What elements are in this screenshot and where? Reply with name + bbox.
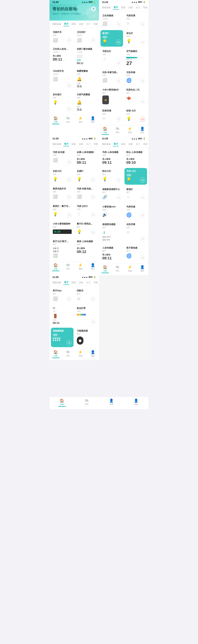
device-card-kitchen-light[interactable]: 厨房灯，餐厅无... 厨房 💡 ⏻ xyxy=(51,203,73,219)
device-card-study-lamp[interactable]: 书房台灯 书房 🕯 ⏻ xyxy=(100,48,123,68)
tab-door-1[interactable]: 大门 xyxy=(85,22,91,26)
tab-my-devices[interactable]: 我的设备 xyxy=(101,142,111,146)
power-button[interactable]: ⏻ xyxy=(91,177,96,182)
device-card-secondary-light[interactable]: 次卧大灯 次卧 💡 ⏻ xyxy=(51,168,73,184)
tab-my-devices-1[interactable]: 我的设备 xyxy=(52,22,62,26)
device-card-dining-light[interactable]: 餐厅灯-照明总... 餐厅 💡 ⏻ xyxy=(75,221,98,237)
nav-store[interactable]: 🛍 有品 xyxy=(111,265,124,273)
nav-profile[interactable]: 👤 我的 xyxy=(87,263,99,271)
tab-study-2[interactable]: 书房 xyxy=(142,6,148,10)
tab-my-devices[interactable]: 我的设备 xyxy=(52,281,62,284)
device-card-living-floor-fan[interactable]: 客厅落地扇 客厅 🌀 ⏻ xyxy=(125,245,147,262)
power-button[interactable]: ⏻ xyxy=(116,22,121,27)
device-card-mini-speaker[interactable]: 小爱音箱mini 书房 🔊 xyxy=(100,204,123,220)
device-card-bathroom-socket[interactable]: 卫生间插座 卫生间 ⬜ ⏻ xyxy=(100,12,123,29)
tab-secondary-2[interactable]: 次卧 xyxy=(128,6,134,10)
device-card-bathroom-switch[interactable]: 卫生间开关 卫生间 ⬜ ⏻ xyxy=(51,68,73,90)
device-card-main-door[interactable]: 门 大门 🚪 关闭 09:13 xyxy=(51,305,73,326)
nav-profile[interactable]: 👤 我的 xyxy=(136,265,149,273)
power-button[interactable]: ⏻ xyxy=(140,40,145,45)
tab-my-devices-2[interactable]: 我的设备 xyxy=(101,6,111,10)
power-button[interactable]: ⏻ xyxy=(116,117,121,122)
nav-smart-2[interactable]: ⚡ 智能 xyxy=(124,126,136,135)
device-card-hub[interactable]: 智能家居调度中心 客厅 🔗 ⏻ xyxy=(100,186,123,202)
tab-bedroom[interactable]: 卧室 xyxy=(71,142,77,146)
tab-study[interactable]: 书房 xyxy=(93,281,99,284)
tab-door[interactable]: 大门 xyxy=(135,142,141,146)
power-button[interactable]: ⏻ xyxy=(67,177,72,182)
device-card-kitchen-sensor[interactable]: 厨房-人体传感器 厨房 有人移动 09:12 xyxy=(75,238,98,260)
power-button[interactable]: ⏻ xyxy=(67,106,72,112)
power-button[interactable]: ⏻ xyxy=(116,61,121,66)
device-card-air-monitor[interactable]: 空气检测仪 书房 PM2.5 27 xyxy=(125,48,147,68)
final-nav-smart[interactable]: 👤 智能 xyxy=(99,398,124,407)
power-button[interactable]: ⏻ xyxy=(67,38,72,42)
power-button[interactable]: ⏻ xyxy=(91,38,96,42)
power-button[interactable]: ⏻ xyxy=(67,297,72,302)
device-card-living-switch[interactable]: 客厅大灯/客厅... 客厅 左键 关 右键 关 ⬜ xyxy=(51,238,73,260)
add-device-button[interactable]: + xyxy=(91,6,96,12)
device-card-study-multilight[interactable]: 书房-多光源 书房 ⬜ ⏻ xyxy=(51,149,73,167)
device-card-secondary-switch[interactable]: 次卧-米家无线... 次卧 ⬜ ⏻ xyxy=(100,69,123,85)
tab-study-1[interactable]: 书房 xyxy=(93,22,99,26)
tab-secondary[interactable]: 次卧 xyxy=(78,281,84,284)
nav-profile-1[interactable]: 👤 我的 xyxy=(87,116,99,124)
power-button[interactable]: ⏻ xyxy=(140,22,145,27)
tab-bedroom[interactable]: 卧室 xyxy=(71,281,77,284)
device-card-study-ac[interactable]: 书房空调 书房 ❄ ⏻ xyxy=(125,12,147,29)
device-card-study-fan[interactable]: 书房风扇 书房 🌀 ⏻ xyxy=(125,204,147,220)
nav-smart-1[interactable]: ⚡ 智能 xyxy=(74,116,87,124)
tab-secondary-1[interactable]: 次卧 xyxy=(78,22,84,26)
device-card-bedside-light[interactable]: 床头夜灯 卧室 💡 ⏻ xyxy=(51,92,73,114)
nav-smart[interactable]: ⚡ 智能 xyxy=(74,350,87,358)
device-card-corridor-light[interactable]: 走廊灯 走廊 💡 ⏻ xyxy=(75,168,98,184)
tab-door-2[interactable]: 大门 xyxy=(135,6,141,10)
device-card-ceiling-light[interactable]: 吸顶灯 客厅 💡 ⏻ xyxy=(100,30,123,47)
device-card-main-fan[interactable]: 主卧风扇 卧室 🌀 ⏻ xyxy=(125,69,147,85)
nav-mijia[interactable]: 🏠 米家 xyxy=(49,263,62,271)
device-card-bedhead-light[interactable]: 床头灯 卧室 💡 ⏻ xyxy=(125,30,147,47)
tab-secondary[interactable]: 次卧 xyxy=(78,142,84,146)
device-card-balcony-light[interactable]: 阳台大灯 阳台 💡 ⏻ xyxy=(100,168,123,185)
power-button[interactable]: ⏻ xyxy=(140,236,145,242)
power-button[interactable]: ⏻ xyxy=(91,230,96,235)
nav-store[interactable]: 🛍 有品 xyxy=(62,350,74,358)
final-nav-mijia[interactable]: 🏠 米家 xyxy=(49,398,74,407)
device-card-smoke-alarm[interactable]: 烟雾报警器 厨房 🔔 烟雾 安全 xyxy=(75,68,98,90)
device-card-study-sensor[interactable]: 书房-人体传感器 书房 有人移动 09:11 xyxy=(100,149,123,167)
device-card-living-sensor[interactable]: 人体传感器 客厅 有人移动 09:11 xyxy=(100,245,123,262)
nav-mijia-1[interactable]: 🏠 米家 xyxy=(49,116,62,124)
tab-living[interactable]: 客厅 xyxy=(113,142,119,146)
device-card-study-lamp2[interactable]: 书房-台灯2 书房 🕯 ⏻ xyxy=(75,203,98,219)
device-card-alarm-clock[interactable]: 小米小爱智能闹钟 卧室 8:25 xyxy=(51,221,73,237)
device-card-smart-strip[interactable]: 智能插线板 客厅 ⏻ xyxy=(51,328,73,347)
device-card-living-htpc[interactable]: 客厅htpc 客厅 ⬜ ⏻ xyxy=(51,288,73,304)
final-nav-profile[interactable]: 👤 我的 xyxy=(124,398,149,407)
device-card-corridor-sensor[interactable]: 走廊-人体传感器2 走廊 有人移动 09:11 xyxy=(75,149,98,167)
power-button[interactable]: ⏻ xyxy=(140,213,145,218)
nav-profile-2[interactable]: 👤 我的 xyxy=(136,126,149,135)
power-button[interactable]: ⏻ xyxy=(67,160,72,165)
nav-smart[interactable]: ⚡ 智能 xyxy=(74,263,87,271)
device-card-study-main-light[interactable]: 书房-大灯 书房 💡 ⏻ xyxy=(125,168,147,185)
device-card-secondary-ac[interactable]: 次卧空调 次卧 ❄ ⏻ xyxy=(125,221,147,243)
power-button[interactable]: ⏻ xyxy=(140,99,145,104)
device-card-balcony-sensor[interactable]: 阳台-人体传感器 阳台 有人移动 09:10 xyxy=(125,149,147,167)
device-card-color-strip[interactable]: 彩光灯带 书房 ⏻ xyxy=(75,305,98,326)
tab-living-1[interactable]: 客厅 xyxy=(63,22,69,26)
device-card-study-wireless[interactable]: 书房-米家无线... 书房 ⬜ ⏻ xyxy=(75,186,98,202)
device-card-bathroom-light[interactable]: 卫生间灯 卫生间 ⬜ ⏻ xyxy=(75,29,98,44)
tab-living[interactable]: 客厅 xyxy=(63,280,69,285)
nav-store-1[interactable]: 🛍 有品 xyxy=(62,116,74,124)
power-button[interactable]: ⏻ xyxy=(67,340,72,345)
device-card-kitchen-switch[interactable]: 厨房无线开关 厨房 ⬜ ⏻ xyxy=(51,186,73,202)
power-button[interactable]: ⏻ xyxy=(116,178,121,183)
tab-my-devices[interactable]: 我的设备 xyxy=(52,142,62,146)
tab-study[interactable]: 书房 xyxy=(142,142,148,146)
device-card-projector[interactable]: 投影仪 客厅 📽 ⏻ xyxy=(75,288,98,304)
power-button[interactable]: ⏻ xyxy=(116,40,121,45)
nav-profile[interactable]: 👤 我的 xyxy=(87,350,99,358)
device-card-wireless-switch[interactable]: 无线开关 卧室 ⬜ ⏻ xyxy=(51,29,73,44)
device-card-bedroom-ac[interactable]: 卧室空调 卧室 ❄ ⏻ xyxy=(100,108,123,124)
power-button[interactable]: ⏻ xyxy=(91,319,96,324)
